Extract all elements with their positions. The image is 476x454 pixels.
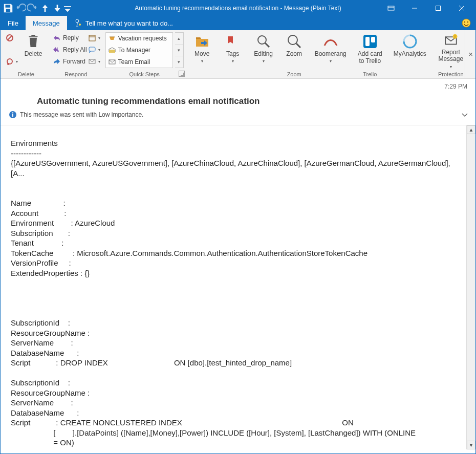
protection-group-label: Protection <box>434 71 468 78</box>
close-button[interactable] <box>450 1 473 16</box>
svg-point-6 <box>467 21 468 23</box>
svg-point-16 <box>288 35 297 45</box>
delete-button[interactable]: Delete <box>20 32 47 71</box>
meeting-button[interactable]: ▾ <box>88 32 100 44</box>
delete-label: Delete <box>25 51 42 58</box>
tell-me-label: Tell me what you want to do... <box>85 19 173 27</box>
zoom-group-label: Zoom <box>281 71 308 78</box>
reply-all-button[interactable]: Reply All <box>53 44 87 55</box>
editing-button[interactable]: Editing ▾ <box>250 32 277 71</box>
minimize-button[interactable] <box>403 1 426 16</box>
message-header: 7:29 PM Automatic tuning recommendations… <box>1 79 475 125</box>
more-respond-button[interactable]: ▾ <box>88 56 100 67</box>
maximize-button[interactable] <box>426 1 450 16</box>
group-move: Move ▾ <box>187 30 218 78</box>
redo-icon[interactable] <box>27 3 38 14</box>
save-icon[interactable] <box>3 3 14 14</box>
expand-header-icon[interactable] <box>461 111 468 120</box>
svg-rect-1 <box>436 6 441 11</box>
message-body[interactable]: Environments ------------ {[AzureUSGover… <box>1 125 466 449</box>
previous-item-icon[interactable] <box>39 3 51 14</box>
group-tags: Tags ▾ <box>218 30 248 78</box>
boomerang-button[interactable]: Boomerang ▾ <box>312 32 350 71</box>
svg-point-15 <box>258 36 266 44</box>
quicksteps-scroll[interactable]: ▴▾▾ <box>175 32 184 68</box>
next-item-icon[interactable] <box>52 3 63 14</box>
tags-button[interactable]: Tags ▾ <box>220 32 246 71</box>
move-button[interactable]: Move ▾ <box>189 32 215 71</box>
svg-point-3 <box>79 24 81 26</box>
svg-rect-0 <box>388 6 394 10</box>
feedback-smiley-icon[interactable] <box>461 18 471 28</box>
message-subject: Automatic tuning recommendations email n… <box>9 79 467 111</box>
group-myanalytics: MyAnalytics <box>388 30 431 78</box>
group-zoom: Zoom Zoom <box>279 30 310 78</box>
junk-button[interactable]: ▾ <box>6 56 18 67</box>
body-scrollbar[interactable]: ▲ ▼ <box>466 125 475 449</box>
quicksteps-launcher[interactable] <box>179 71 185 77</box>
ribbon-options-icon[interactable] <box>379 1 403 16</box>
quicksteps-group-label: Quick Steps <box>105 71 184 78</box>
collapse-ribbon-icon[interactable]: ✕ <box>465 30 475 78</box>
scroll-down-icon[interactable]: ▼ <box>467 441 475 449</box>
report-message-button[interactable]: ! Report Message ▾ <box>434 32 468 71</box>
svg-rect-10 <box>89 35 95 41</box>
group-respond: Reply Reply All Forward ▾ ▾ ▾ Respond <box>50 30 102 78</box>
ignore-button[interactable] <box>6 32 18 44</box>
svg-text:!: ! <box>455 35 456 39</box>
undo-icon[interactable] <box>15 3 26 14</box>
ribbon-tabs: File Message Tell me what you want to do… <box>1 16 475 30</box>
quicksteps-gallery[interactable]: Vacation requests To Manager Team Email <box>105 32 173 68</box>
group-delete: ▾ Delete Delete <box>3 30 50 78</box>
group-trello: Add card to Trello Trello <box>352 30 388 78</box>
titlebar: Automatic tuning recommendations email n… <box>1 1 475 16</box>
group-editing: Editing ▾ <box>248 30 279 78</box>
respond-group-label: Respond <box>53 71 99 78</box>
svg-rect-25 <box>12 114 13 117</box>
svg-rect-19 <box>371 37 375 42</box>
svg-point-5 <box>464 21 465 23</box>
svg-rect-18 <box>365 37 370 46</box>
delete-group-label: Delete <box>6 71 47 78</box>
scroll-up-icon[interactable]: ▲ <box>467 125 475 134</box>
svg-rect-13 <box>109 50 115 53</box>
svg-rect-11 <box>89 47 95 51</box>
trello-group-label: Trello <box>354 71 386 78</box>
svg-point-9 <box>7 63 9 65</box>
quick-access-toolbar <box>3 3 71 14</box>
message-time: 7:29 PM <box>444 83 467 90</box>
group-boomerang: Boomerang ▾ <box>310 30 352 78</box>
tell-me[interactable]: Tell me what you want to do... <box>67 16 180 30</box>
qat-customize-icon[interactable] <box>64 3 71 14</box>
importance-text: This message was sent with Low importanc… <box>20 111 143 118</box>
group-quicksteps: Vacation requests To Manager Team Email … <box>102 30 187 78</box>
trello-button[interactable]: Add card to Trello <box>354 32 386 71</box>
svg-point-26 <box>12 112 13 113</box>
ribbon: ▾ Delete Delete Reply Reply All Forward … <box>1 30 475 79</box>
message-tab[interactable]: Message <box>26 16 67 30</box>
myanalytics-button[interactable]: MyAnalytics <box>391 32 429 71</box>
svg-point-2 <box>76 19 79 23</box>
info-icon <box>9 111 17 119</box>
zoom-button[interactable]: Zoom <box>281 32 308 71</box>
im-button[interactable]: ▾ <box>88 44 100 55</box>
reply-button[interactable]: Reply <box>53 32 87 44</box>
file-tab[interactable]: File <box>1 16 26 30</box>
forward-button[interactable]: Forward <box>53 56 87 67</box>
